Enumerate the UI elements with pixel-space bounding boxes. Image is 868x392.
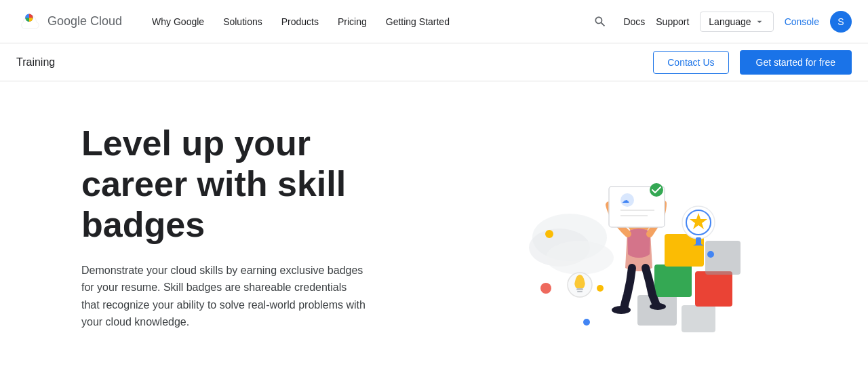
main-nav: Google Cloud Why Google Solutions Produc… (0, 0, 868, 43)
svg-point-5 (597, 285, 604, 292)
svg-point-28 (650, 303, 666, 310)
language-label: Language (709, 16, 751, 27)
svg-rect-18 (705, 241, 741, 275)
svg-rect-14 (682, 305, 715, 332)
logo-text: Google Cloud (47, 14, 122, 28)
subheader-title: Training (16, 56, 55, 68)
hero-text: Level up your career with skill badges D… (81, 123, 420, 331)
nav-link-solutions[interactable]: Solutions (215, 11, 271, 33)
svg-point-27 (612, 306, 631, 314)
svg-text:☁: ☁ (622, 196, 629, 204)
hero-illustration: ☁ (420, 122, 814, 332)
support-link[interactable]: Support (656, 16, 689, 27)
subheader: Training Contact Us Get started for free (0, 43, 868, 81)
svg-rect-15 (654, 264, 692, 297)
svg-point-3 (546, 241, 614, 275)
chevron-down-icon (754, 16, 765, 27)
svg-point-19 (707, 251, 714, 258)
svg-point-4 (545, 230, 553, 238)
hero-section: Level up your career with skill badges D… (0, 81, 868, 373)
svg-point-9 (583, 319, 590, 326)
nav-link-why-google[interactable]: Why Google (144, 11, 212, 33)
hero-title: Level up your career with skill badges (81, 123, 420, 245)
hero-illustration-svg: ☁ (481, 122, 753, 332)
nav-link-getting-started[interactable]: Getting Started (378, 11, 458, 33)
search-icon (593, 15, 607, 28)
nav-link-products[interactable]: Products (273, 11, 327, 33)
get-started-button[interactable]: Get started for free (740, 50, 852, 75)
search-button[interactable] (588, 9, 612, 34)
user-avatar[interactable]: S (830, 11, 852, 33)
language-selector[interactable]: Language (700, 12, 773, 32)
nav-link-pricing[interactable]: Pricing (330, 11, 375, 33)
svg-rect-12 (577, 291, 583, 292)
logo-link[interactable]: Google Cloud (16, 9, 122, 35)
docs-link[interactable]: Docs (623, 16, 645, 27)
nav-right: Docs Support Language Console S (588, 9, 852, 34)
contact-us-button[interactable]: Contact Us (653, 51, 728, 74)
subheader-actions: Contact Us Get started for free (653, 50, 852, 75)
svg-rect-11 (576, 288, 583, 290)
svg-point-6 (540, 283, 551, 294)
console-link[interactable]: Console (785, 16, 819, 27)
svg-rect-16 (695, 271, 732, 307)
google-cloud-logo-icon (16, 9, 42, 35)
nav-links: Why Google Solutions Products Pricing Ge… (144, 11, 588, 33)
hero-description: Demonstrate your cloud skills by earning… (81, 262, 366, 331)
